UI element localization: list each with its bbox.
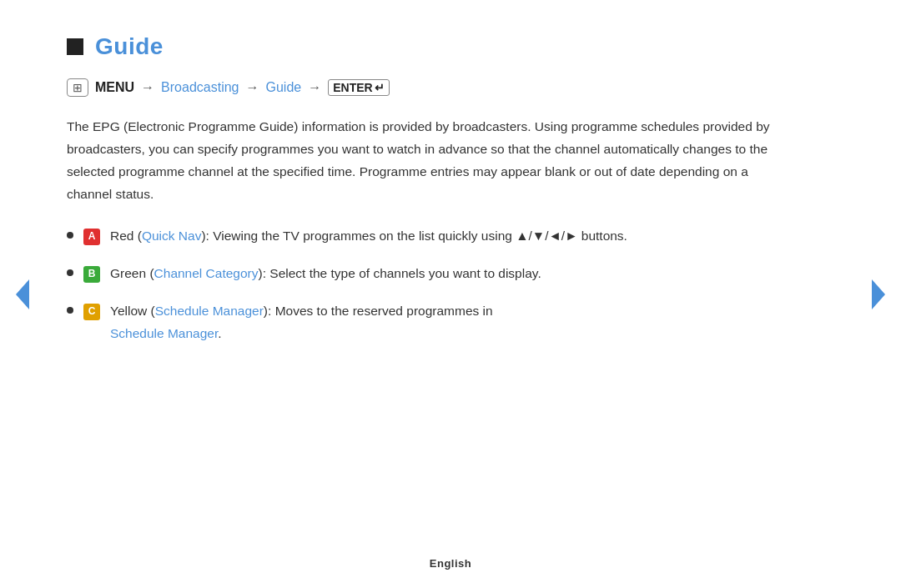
title-square-icon (67, 38, 83, 55)
bullet-dot (67, 307, 73, 314)
title-row: Guide (67, 33, 834, 60)
arrow-3: → (308, 80, 321, 95)
menu-label: MENU (95, 80, 134, 95)
badge-yellow: C (83, 304, 100, 320)
schedule-manager-link-2[interactable]: Schedule Manager (110, 326, 218, 340)
li-content-3: Yellow (Schedule Manager): Moves to the … (110, 299, 793, 344)
page-title: Guide (95, 33, 164, 60)
footer: English (430, 557, 471, 570)
color-label-yellow: Yellow (110, 304, 147, 318)
color-label-red: Red (110, 229, 133, 243)
li-content-1: Red (Quick Nav): Viewing the TV programm… (110, 224, 793, 247)
enter-label: ENTER (333, 81, 372, 94)
list-item: B Green (Channel Category): Select the t… (67, 262, 793, 284)
li-content-2: Green (Channel Category): Select the typ… (110, 262, 793, 284)
badge-green: B (83, 266, 100, 283)
color-label-green: Green (110, 266, 146, 280)
bullet-text-1: : Viewing the TV programmes on the list … (206, 229, 627, 243)
arrow-2: → (246, 80, 259, 95)
bullet-dot (67, 269, 73, 276)
description-text: The EPG (Electronic Programme Guide) inf… (67, 115, 793, 206)
menu-icon-box: ⊞ (67, 78, 88, 97)
quick-nav-link[interactable]: Quick Nav (142, 229, 202, 243)
enter-box: ENTER↵ (328, 79, 389, 96)
bullet-text-2: : Select the type of channels you want t… (263, 266, 541, 280)
guide-link[interactable]: Guide (266, 80, 302, 95)
bullet-list: A Red (Quick Nav): Viewing the TV progra… (67, 224, 834, 345)
channel-category-link[interactable]: Channel Category (154, 266, 259, 280)
menu-path: ⊞ MENU → Broadcasting → Guide → ENTER↵ (67, 78, 834, 97)
bullet-text-3: : Moves to the reserved programmes in (268, 304, 493, 318)
bullet-dot (67, 232, 73, 239)
list-item: C Yellow (Schedule Manager): Moves to th… (67, 299, 793, 344)
broadcasting-link[interactable]: Broadcasting (161, 80, 239, 95)
menu-icon: ⊞ (73, 81, 83, 94)
page-container: Guide ⊞ MENU → Broadcasting → Guide → EN… (0, 0, 901, 588)
schedule-manager-link[interactable]: Schedule Manager (155, 304, 264, 318)
bullet-text-3b: . (218, 326, 221, 340)
arrow-1: → (141, 80, 154, 95)
list-item: A Red (Quick Nav): Viewing the TV progra… (67, 224, 793, 247)
badge-red: A (83, 229, 100, 245)
enter-icon: ↵ (375, 81, 385, 94)
footer-label: English (430, 557, 471, 570)
